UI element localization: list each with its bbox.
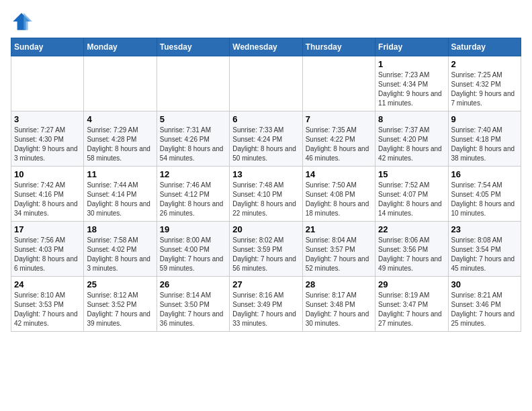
day-info: Sunrise: 8:06 AM Sunset: 3:56 PM Dayligh… (378, 236, 445, 273)
day-info: Sunrise: 8:14 AM Sunset: 3:50 PM Dayligh… (160, 291, 226, 328)
day-number: 13 (232, 169, 299, 179)
day-info: Sunrise: 8:04 AM Sunset: 3:57 PM Dayligh… (306, 236, 372, 273)
calendar-cell: 26Sunrise: 8:14 AM Sunset: 3:50 PM Dayli… (157, 277, 229, 332)
calendar-cell: 21Sunrise: 8:04 AM Sunset: 3:57 PM Dayli… (302, 222, 375, 277)
col-header-thursday: Thursday (302, 38, 375, 56)
day-info: Sunrise: 8:12 AM Sunset: 3:52 PM Dayligh… (87, 291, 153, 328)
col-header-tuesday: Tuesday (157, 38, 229, 56)
day-info: Sunrise: 7:48 AM Sunset: 4:10 PM Dayligh… (232, 181, 299, 218)
calendar-cell: 30Sunrise: 8:21 AM Sunset: 3:46 PM Dayli… (448, 277, 521, 332)
col-header-monday: Monday (84, 38, 157, 56)
calendar-cell (84, 56, 157, 111)
calendar-cell: 5Sunrise: 7:31 AM Sunset: 4:26 PM Daylig… (157, 111, 229, 167)
calendar-cell: 16Sunrise: 7:54 AM Sunset: 4:05 PM Dayli… (448, 167, 521, 222)
calendar-cell: 22Sunrise: 8:06 AM Sunset: 3:56 PM Dayli… (375, 222, 448, 277)
day-number: 11 (87, 169, 153, 179)
day-number: 23 (451, 224, 518, 234)
day-info: Sunrise: 7:35 AM Sunset: 4:22 PM Dayligh… (306, 126, 372, 163)
day-number: 6 (232, 114, 299, 124)
day-number: 30 (451, 279, 518, 289)
day-number: 8 (378, 114, 445, 124)
calendar-week-4: 17Sunrise: 7:56 AM Sunset: 4:03 PM Dayli… (11, 222, 521, 277)
day-number: 25 (87, 279, 153, 289)
day-number: 5 (160, 114, 226, 124)
calendar-cell: 28Sunrise: 8:17 AM Sunset: 3:48 PM Dayli… (302, 277, 375, 332)
calendar-cell: 19Sunrise: 8:00 AM Sunset: 4:00 PM Dayli… (157, 222, 229, 277)
day-info: Sunrise: 7:29 AM Sunset: 4:28 PM Dayligh… (87, 126, 153, 163)
day-info: Sunrise: 7:50 AM Sunset: 4:08 PM Dayligh… (306, 181, 372, 218)
calendar-cell: 20Sunrise: 8:02 AM Sunset: 3:59 PM Dayli… (230, 222, 302, 277)
calendar-cell: 23Sunrise: 8:08 AM Sunset: 3:54 PM Dayli… (448, 222, 521, 277)
calendar-cell (157, 56, 229, 111)
day-number: 9 (451, 114, 518, 124)
day-number: 28 (306, 279, 372, 289)
calendar-cell: 12Sunrise: 7:46 AM Sunset: 4:12 PM Dayli… (157, 167, 229, 222)
calendar-cell: 7Sunrise: 7:35 AM Sunset: 4:22 PM Daylig… (302, 111, 375, 167)
day-number: 15 (378, 169, 445, 179)
col-header-friday: Friday (375, 38, 448, 56)
day-info: Sunrise: 8:21 AM Sunset: 3:46 PM Dayligh… (451, 291, 518, 328)
calendar-cell: 11Sunrise: 7:44 AM Sunset: 4:14 PM Dayli… (84, 167, 157, 222)
calendar-cell: 29Sunrise: 8:19 AM Sunset: 3:47 PM Dayli… (375, 277, 448, 332)
calendar-cell: 2Sunrise: 7:25 AM Sunset: 4:32 PM Daylig… (448, 56, 521, 111)
day-number: 1 (378, 59, 445, 69)
day-number: 14 (306, 169, 372, 179)
col-header-saturday: Saturday (448, 38, 521, 56)
day-info: Sunrise: 7:31 AM Sunset: 4:26 PM Dayligh… (160, 126, 226, 163)
calendar-cell (230, 56, 302, 111)
calendar: SundayMondayTuesdayWednesdayThursdayFrid… (11, 38, 521, 332)
svg-marker-1 (24, 13, 32, 30)
day-info: Sunrise: 7:27 AM Sunset: 4:30 PM Dayligh… (14, 126, 81, 163)
calendar-cell: 24Sunrise: 8:10 AM Sunset: 3:53 PM Dayli… (11, 277, 84, 332)
calendar-cell: 4Sunrise: 7:29 AM Sunset: 4:28 PM Daylig… (84, 111, 157, 167)
day-info: Sunrise: 7:44 AM Sunset: 4:14 PM Dayligh… (87, 181, 153, 218)
calendar-cell: 10Sunrise: 7:42 AM Sunset: 4:16 PM Dayli… (11, 167, 84, 222)
day-info: Sunrise: 7:37 AM Sunset: 4:20 PM Dayligh… (378, 126, 445, 163)
col-header-wednesday: Wednesday (230, 38, 302, 56)
day-number: 16 (451, 169, 518, 179)
day-info: Sunrise: 7:25 AM Sunset: 4:32 PM Dayligh… (451, 71, 518, 108)
calendar-cell: 6Sunrise: 7:33 AM Sunset: 4:24 PM Daylig… (230, 111, 302, 167)
day-info: Sunrise: 7:33 AM Sunset: 4:24 PM Dayligh… (232, 126, 299, 163)
calendar-cell: 15Sunrise: 7:52 AM Sunset: 4:07 PM Dayli… (375, 167, 448, 222)
calendar-cell (11, 56, 84, 111)
page-header (11, 11, 521, 32)
day-number: 24 (14, 279, 81, 289)
day-info: Sunrise: 7:40 AM Sunset: 4:18 PM Dayligh… (451, 126, 518, 163)
day-number: 29 (378, 279, 445, 289)
day-info: Sunrise: 7:46 AM Sunset: 4:12 PM Dayligh… (160, 181, 226, 218)
day-number: 12 (160, 169, 226, 179)
calendar-week-3: 10Sunrise: 7:42 AM Sunset: 4:16 PM Dayli… (11, 167, 521, 222)
calendar-cell: 8Sunrise: 7:37 AM Sunset: 4:20 PM Daylig… (375, 111, 448, 167)
day-info: Sunrise: 7:56 AM Sunset: 4:03 PM Dayligh… (14, 236, 81, 273)
day-number: 4 (87, 114, 153, 124)
day-info: Sunrise: 8:17 AM Sunset: 3:48 PM Dayligh… (306, 291, 372, 328)
calendar-cell: 9Sunrise: 7:40 AM Sunset: 4:18 PM Daylig… (448, 111, 521, 167)
logo-icon (11, 11, 32, 32)
day-info: Sunrise: 7:58 AM Sunset: 4:02 PM Dayligh… (87, 236, 153, 273)
calendar-cell: 14Sunrise: 7:50 AM Sunset: 4:08 PM Dayli… (302, 167, 375, 222)
day-number: 7 (306, 114, 372, 124)
day-number: 17 (14, 224, 81, 234)
calendar-cell: 18Sunrise: 7:58 AM Sunset: 4:02 PM Dayli… (84, 222, 157, 277)
day-number: 10 (14, 169, 81, 179)
day-info: Sunrise: 8:19 AM Sunset: 3:47 PM Dayligh… (378, 291, 445, 328)
day-number: 3 (14, 114, 81, 124)
day-number: 19 (160, 224, 226, 234)
calendar-cell: 1Sunrise: 7:23 AM Sunset: 4:34 PM Daylig… (375, 56, 448, 111)
calendar-week-5: 24Sunrise: 8:10 AM Sunset: 3:53 PM Dayli… (11, 277, 521, 332)
calendar-cell (302, 56, 375, 111)
day-number: 20 (232, 224, 299, 234)
day-number: 26 (160, 279, 226, 289)
day-number: 22 (378, 224, 445, 234)
day-number: 21 (306, 224, 372, 234)
day-number: 2 (451, 59, 518, 69)
day-info: Sunrise: 8:00 AM Sunset: 4:00 PM Dayligh… (160, 236, 226, 273)
day-number: 27 (232, 279, 299, 289)
calendar-cell: 25Sunrise: 8:12 AM Sunset: 3:52 PM Dayli… (84, 277, 157, 332)
day-info: Sunrise: 7:42 AM Sunset: 4:16 PM Dayligh… (14, 181, 81, 218)
day-info: Sunrise: 7:52 AM Sunset: 4:07 PM Dayligh… (378, 181, 445, 218)
calendar-cell: 13Sunrise: 7:48 AM Sunset: 4:10 PM Dayli… (230, 167, 302, 222)
calendar-header-row: SundayMondayTuesdayWednesdayThursdayFrid… (11, 38, 521, 56)
day-info: Sunrise: 7:23 AM Sunset: 4:34 PM Dayligh… (378, 71, 445, 108)
